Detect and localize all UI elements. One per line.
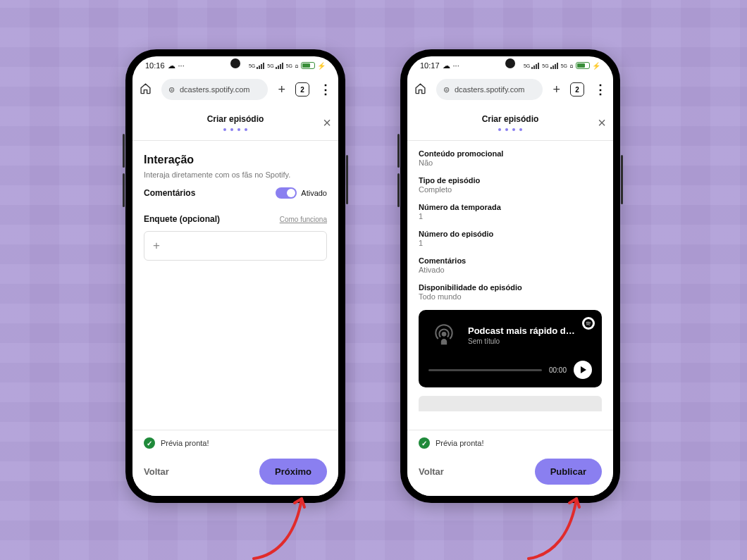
svg-point-1 — [442, 332, 447, 337]
poll-label: Enquete (opcional) — [144, 214, 220, 224]
close-icon[interactable]: × — [598, 114, 606, 130]
network-label: 5G — [267, 63, 273, 68]
status-more-icon: ··· — [453, 61, 459, 70]
new-tab-icon[interactable]: + — [278, 82, 285, 97]
check-icon: ✓ — [419, 437, 430, 449]
summary-row: Disponibilidade do episódioTodo mundo — [419, 283, 602, 301]
loading-placeholder — [419, 396, 602, 411]
player-title: Podcast mais rápido d… — [468, 325, 581, 336]
summary-row: Tipo de episódioCompleto — [419, 176, 602, 194]
comments-toggle[interactable] — [276, 187, 297, 199]
page-header: Criar episódio × — [132, 104, 338, 141]
comments-status: Ativado — [301, 189, 327, 197]
url-bar[interactable]: ⊜ dcasters.spotify.com — [161, 79, 268, 100]
signal-icon — [531, 63, 539, 69]
progress-bar[interactable] — [428, 369, 542, 371]
status-bar: 10:17 ☁ ··· 5G 5G 5G ⩍ 60 ⚡ — [407, 56, 613, 75]
check-icon: ✓ — [144, 437, 155, 449]
summary-row: ComentáriosAtivado — [419, 256, 602, 274]
network-label-2: 5G — [286, 63, 292, 68]
page-content: Conteúdo promocionalNão Tipo de episódio… — [407, 141, 613, 430]
battery-icon: 60 — [576, 62, 590, 69]
back-button[interactable]: Voltar — [419, 466, 444, 477]
wifi-icon: ⩍ — [570, 63, 573, 69]
url-text: dcasters.spotify.com — [180, 85, 249, 94]
status-more-icon: ··· — [178, 61, 185, 70]
preview-ready-text: Prévia pronta! — [436, 439, 483, 447]
summary-row: Número do episódio1 — [419, 230, 602, 247]
screen-right: 10:17 ☁ ··· 5G 5G 5G ⩍ 60 ⚡ ⊜ dcasters.s — [407, 56, 613, 496]
publish-button[interactable]: Publicar — [535, 459, 602, 485]
home-icon[interactable] — [414, 82, 426, 97]
preview-player: Podcast mais rápido d… Sem título 00:00 — [419, 310, 602, 387]
charging-icon: ⚡ — [592, 62, 600, 70]
page-header: Criar episódio × — [407, 104, 613, 141]
status-bar: 10:16 ☁ ··· 5G 5G 5G ⩍ 60 ⚡ — [132, 56, 338, 75]
spotify-icon — [582, 317, 595, 330]
wifi-icon: ⩍ — [295, 63, 298, 69]
preview-ready-text: Prévia pronta! — [161, 439, 209, 447]
play-button[interactable] — [574, 361, 592, 379]
plus-icon: + — [153, 239, 160, 253]
charging-icon: ⚡ — [317, 62, 326, 70]
step-indicator — [223, 128, 247, 131]
page-content: Interação Interaja diretamente com os fã… — [132, 141, 338, 430]
step-indicator — [498, 128, 522, 131]
page-title: Criar episódio — [482, 114, 539, 124]
section-title: Interação — [144, 154, 327, 166]
how-it-works-link[interactable]: Como funciona — [280, 216, 327, 223]
status-cloud-icon: ☁ — [168, 61, 175, 70]
url-bar[interactable]: ⊜ dcasters.spotify.com — [436, 79, 543, 100]
summary-row: Conteúdo promocionalNão — [419, 149, 602, 167]
browser-toolbar: ⊜ dcasters.spotify.com + 2 ⋮ — [132, 75, 338, 104]
phone-left: 10:16 ☁ ··· 5G 5G 5G ⩍ 60 ⚡ ⊜ dcasters.s — [125, 49, 345, 503]
site-settings-icon[interactable]: ⊜ — [443, 85, 450, 94]
player-subtitle: Sem título — [468, 337, 592, 345]
status-cloud-icon: ☁ — [443, 61, 450, 70]
page-title: Criar episódio — [207, 114, 264, 124]
signal-icon-2 — [276, 63, 283, 69]
section-subtitle: Interaja diretamente com os fãs no Spoti… — [144, 170, 327, 179]
phone-right: 10:17 ☁ ··· 5G 5G 5G ⩍ 60 ⚡ ⊜ dcasters.s — [400, 49, 620, 503]
home-icon[interactable] — [140, 82, 152, 97]
browser-toolbar: ⊜ dcasters.spotify.com + 2 ⋮ — [407, 75, 613, 104]
battery-icon: 60 — [301, 62, 315, 69]
site-settings-icon[interactable]: ⊜ — [168, 85, 175, 94]
network-label: 5G — [542, 63, 548, 68]
next-button[interactable]: Próximo — [259, 459, 327, 485]
signal-icon — [257, 63, 264, 69]
summary-row: Número da temporada1 — [419, 203, 602, 220]
signal-icon-2 — [550, 63, 558, 69]
add-poll-button[interactable]: + — [144, 231, 327, 261]
status-time: 10:16 — [145, 61, 165, 70]
status-time: 10:17 — [420, 61, 440, 70]
tab-switcher[interactable]: 2 — [570, 82, 584, 97]
url-text: dcasters.spotify.com — [455, 85, 524, 94]
new-tab-icon[interactable]: + — [552, 82, 560, 97]
back-button[interactable]: Voltar — [144, 466, 169, 477]
progress-time: 00:00 — [549, 366, 567, 374]
podcast-icon — [428, 320, 459, 351]
close-icon[interactable]: × — [323, 114, 331, 130]
footer: ✓ Prévia pronta! Voltar Publicar — [407, 430, 613, 496]
footer: ✓ Prévia pronta! Voltar Próximo — [132, 430, 338, 496]
tab-switcher[interactable]: 2 — [295, 82, 309, 97]
comments-label: Comentários — [144, 188, 195, 198]
screen-left: 10:16 ☁ ··· 5G 5G 5G ⩍ 60 ⚡ ⊜ dcasters.s — [132, 56, 338, 496]
network-label-2: 5G — [561, 63, 567, 68]
